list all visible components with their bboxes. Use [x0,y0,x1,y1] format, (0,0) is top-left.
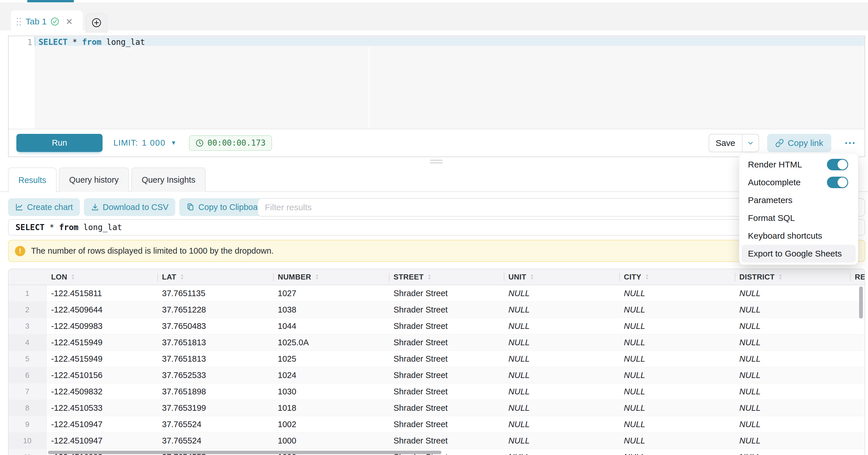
table-cell[interactable]: -122.4510947 [46,416,157,432]
autocomplete-toggle[interactable] [827,177,848,188]
column-header-lat[interactable]: LAT [157,269,273,285]
table-cell[interactable]: NULL [735,416,850,432]
table-cell[interactable]: 37.765524 [157,433,273,449]
table-cell[interactable]: Shrader Street [389,318,504,334]
table-cell[interactable]: Shrader Street [389,433,504,449]
table-cell[interactable]: NULL [504,449,619,455]
column-header-number[interactable]: NUMBER [273,269,389,285]
save-button[interactable]: Save [709,134,742,152]
table-cell[interactable]: NULL [735,318,850,334]
row-number[interactable]: 10 [9,433,46,449]
row-number[interactable]: 3 [9,318,46,334]
table-cell[interactable]: NULL [619,302,735,318]
table-cell[interactable]: NULL [504,334,619,351]
row-number[interactable]: 7 [9,384,46,400]
table-cell[interactable]: NULL [735,433,850,449]
table-cell[interactable]: Shrader Street [389,367,504,383]
table-cell[interactable]: 37.7652533 [157,367,273,383]
table-cell[interactable]: -122.4515949 [46,351,157,367]
row-number[interactable]: 4 [9,334,46,351]
table-cell[interactable]: NULL [504,400,619,416]
table-cell[interactable]: Shrader Street [389,416,504,432]
editor-code-line[interactable]: SELECT * from long_lat [38,37,145,47]
row-number[interactable]: 2 [9,302,46,318]
table-cell[interactable]: NULL [504,285,619,301]
table-cell[interactable]: 1025.0A [273,334,389,351]
table-cell[interactable]: NULL [504,433,619,449]
create-chart-button[interactable]: Create chart [8,198,80,216]
column-header-re[interactable]: RE [850,269,865,285]
row-number[interactable]: 11 [9,449,46,455]
table-cell[interactable]: 1027 [273,285,389,301]
table-cell[interactable]: NULL [735,285,850,301]
table-cell[interactable]: NULL [504,302,619,318]
download-csv-button[interactable]: Download to CSV [84,198,176,216]
more-options-button[interactable] [842,136,858,150]
menu-item-format-sql[interactable]: Format SQL [742,209,856,227]
table-cell[interactable]: NULL [504,416,619,432]
table-cell[interactable]: NULL [735,334,850,351]
table-cell[interactable] [850,367,865,383]
table-cell[interactable]: NULL [735,351,850,367]
table-cell[interactable]: Shrader Street [389,384,504,400]
column-header-district[interactable]: DISTRICT [735,269,850,285]
table-cell[interactable] [850,302,865,318]
table-cell[interactable]: NULL [735,302,850,318]
table-cell[interactable]: -122.4510947 [46,433,157,449]
table-cell[interactable]: NULL [735,400,850,416]
limit-dropdown[interactable]: LIMIT: 1 000 ▼ [114,138,176,148]
table-cell[interactable]: NULL [735,384,850,400]
table-cell[interactable]: 37.7650483 [157,318,273,334]
table-cell[interactable] [850,433,865,449]
table-cell[interactable]: 37.7651135 [157,285,273,301]
table-cell[interactable]: Shrader Street [389,285,504,301]
table-cell[interactable]: NULL [619,416,735,432]
table-cell[interactable]: -122.4515811 [46,285,157,301]
table-cell[interactable]: 1025 [273,351,389,367]
table-cell[interactable]: 37.7651228 [157,302,273,318]
table-cell[interactable]: NULL [504,318,619,334]
table-cell[interactable]: NULL [619,384,735,400]
table-cell[interactable]: NULL [619,334,735,351]
table-cell[interactable]: NULL [735,449,850,455]
table-cell[interactable] [850,334,865,351]
row-number[interactable]: 8 [9,400,46,416]
table-cell[interactable]: NULL [619,400,735,416]
table-cell[interactable]: -122.4510156 [46,367,157,383]
tab-close-icon[interactable]: ✕ [65,17,73,27]
table-cell[interactable]: 1000 [273,433,389,449]
table-cell[interactable] [850,285,865,301]
tab-results[interactable]: Results [8,168,57,192]
table-cell[interactable]: NULL [619,318,735,334]
table-cell[interactable] [850,416,865,432]
table-cell[interactable]: 37.7651813 [157,334,273,351]
column-header-unit[interactable]: UNIT [504,269,619,285]
column-header-street[interactable]: STREET [389,269,504,285]
table-cell[interactable]: 1002 [273,416,389,432]
table-cell[interactable]: 1038 [273,302,389,318]
table-cell[interactable]: 37.7653199 [157,400,273,416]
render-html-toggle[interactable] [827,159,848,170]
table-cell[interactable]: NULL [619,367,735,383]
table-cell[interactable] [850,351,865,367]
table-cell[interactable]: NULL [504,384,619,400]
vertical-scrollbar[interactable] [859,286,863,318]
menu-item-keyboard-shortcuts[interactable]: Keyboard shortcuts [742,227,856,245]
tab-query-insights[interactable]: Query Insights [131,168,206,192]
table-cell[interactable]: Shrader Street [389,400,504,416]
new-tab-button[interactable] [86,13,107,33]
table-cell[interactable]: 1044 [273,318,389,334]
tab-query-history[interactable]: Query history [59,168,129,192]
table-cell[interactable]: Shrader Street [389,302,504,318]
column-header-city[interactable]: CITY [619,269,735,285]
table-cell[interactable]: NULL [504,351,619,367]
horizontal-scrollbar[interactable] [48,451,441,454]
column-header-lon[interactable]: LON [46,269,157,285]
menu-item-render-html[interactable]: Render HTML [742,156,856,174]
table-cell[interactable]: 37.7651813 [157,351,273,367]
tab-query-1[interactable]: Tab 1 ✕ [11,10,83,33]
sql-editor[interactable]: 1 SELECT * from long_lat [9,36,865,129]
run-button[interactable]: Run [17,134,102,152]
table-cell[interactable]: NULL [619,351,735,367]
table-cell[interactable]: 1030 [273,384,389,400]
